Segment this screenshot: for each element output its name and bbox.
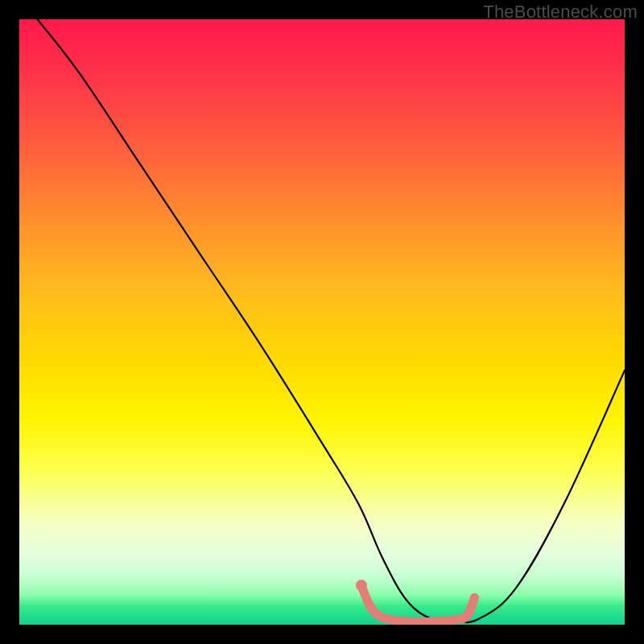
salmon-start-dot-icon: [356, 580, 367, 591]
main-black-curve: [38, 19, 625, 622]
plot-area: [19, 19, 625, 625]
chart-frame: TheBottleneck.com: [0, 0, 644, 644]
chart-svg: [19, 19, 625, 625]
salmon-accent-segment: [361, 585, 475, 622]
